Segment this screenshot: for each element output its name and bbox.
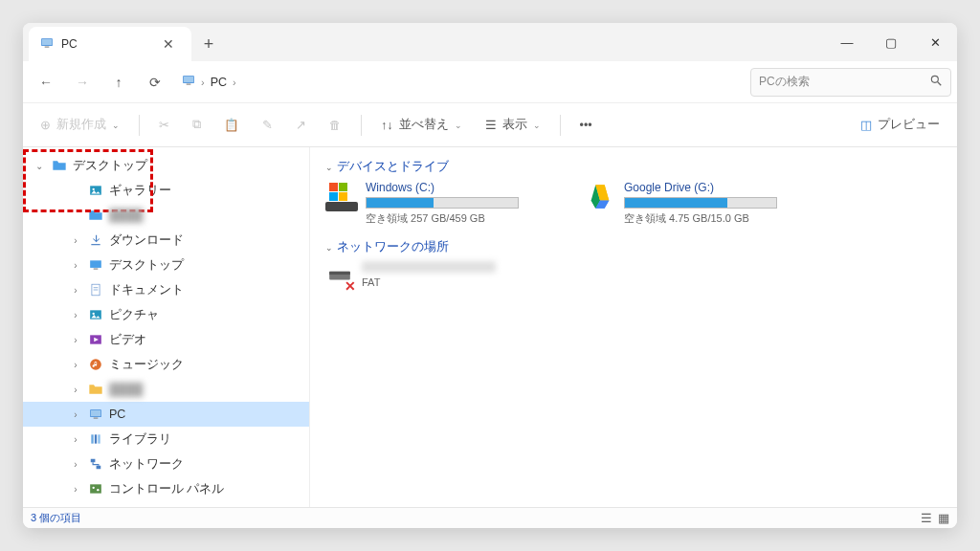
more-icon: ••• <box>580 119 592 132</box>
sidebar-item-label: ████ <box>109 383 143 396</box>
svg-point-9 <box>93 188 95 190</box>
rename-icon: ✎ <box>262 118 273 132</box>
drive-capacity-bar <box>366 197 519 209</box>
drive-stat: 空き領域 4.75 GB/15.0 GB <box>624 211 804 226</box>
expander-icon[interactable]: › <box>69 310 82 320</box>
svg-rect-27 <box>97 466 101 470</box>
sidebar-item-ピクチャ[interactable]: ›ピクチャ <box>23 302 309 327</box>
up-button[interactable]: ↑ <box>101 65 136 99</box>
network-sub: FAT <box>362 276 496 288</box>
tab-close-button[interactable]: ✕ <box>157 34 180 54</box>
new-button[interactable]: ⊕ 新規作成 ⌄ <box>31 110 129 141</box>
paste-icon: 📋 <box>224 118 239 132</box>
breadcrumb[interactable]: › PC › <box>174 74 748 90</box>
active-tab[interactable]: PC ✕ <box>29 27 191 61</box>
group-title: デバイスとドライブ <box>337 159 449 175</box>
sidebar-item-label: ビデオ <box>109 332 146 348</box>
forward-button[interactable]: → <box>65 65 100 99</box>
sidebar-item-PC[interactable]: ›PC <box>23 402 309 427</box>
new-tab-button[interactable]: + <box>191 27 226 61</box>
pc-icon <box>88 407 103 422</box>
picture-icon <box>88 183 103 198</box>
search-input[interactable]: PCの検索 <box>750 68 951 97</box>
expander-icon[interactable]: ⌄ <box>33 161 46 171</box>
expander-icon[interactable]: › <box>69 434 82 445</box>
svg-point-29 <box>93 487 95 489</box>
sidebar-item-label: ごみ箱 <box>109 506 146 508</box>
expander-icon[interactable]: › <box>69 360 82 370</box>
network-icon <box>88 456 103 472</box>
group-header-network[interactable]: ⌄ ネットワークの場所 <box>325 239 942 255</box>
share-button[interactable]: ↗ <box>286 110 316 141</box>
preview-button[interactable]: ◫ プレビュー <box>851 110 949 141</box>
refresh-button[interactable]: ⟳ <box>138 65 172 99</box>
svg-rect-24 <box>95 434 97 443</box>
drive-item[interactable]: Windows (C:)空き領域 257 GB/459 GB <box>325 181 546 226</box>
expander-icon[interactable]: › <box>69 285 82 296</box>
sidebar-item-label: PC <box>109 408 125 421</box>
expander-icon[interactable]: › <box>69 409 82 420</box>
drive-name: Google Drive (G:) <box>624 181 804 194</box>
breadcrumb-item[interactable]: PC <box>211 76 227 89</box>
svg-rect-21 <box>91 410 101 416</box>
video-icon <box>88 332 103 347</box>
sidebar-item-label: コントロール パネル <box>109 481 224 497</box>
status-text: 3 個の項目 <box>31 511 81 525</box>
delete-button[interactable]: 🗑 <box>320 110 351 141</box>
cut-button[interactable]: ✂ <box>149 110 179 141</box>
svg-point-30 <box>97 489 99 491</box>
sidebar-item-ミュージック[interactable]: ›ミュージック <box>23 352 309 377</box>
expander-icon[interactable]: › <box>69 260 82 271</box>
sidebar-item-ライブラリ[interactable]: ›ライブラリ <box>23 427 309 452</box>
sidebar-item-コントロール パネル[interactable]: ›コントロール パネル <box>23 476 309 501</box>
more-button[interactable]: ••• <box>570 110 602 141</box>
pc-icon <box>40 36 54 53</box>
view-label: 表示 <box>502 117 527 133</box>
sidebar-item-ギャラリー[interactable]: ギャラリー <box>23 178 309 203</box>
window-controls: ― ▢ ✕ <box>825 23 957 61</box>
sidebar-item-ダウンロード[interactable]: ›ダウンロード <box>23 228 309 253</box>
expander-icon[interactable]: › <box>69 484 82 495</box>
drive-item[interactable]: Google Drive (G:)空き領域 4.75 GB/15.0 GB <box>584 181 804 226</box>
maximize-button[interactable]: ▢ <box>869 23 913 61</box>
network-location-item[interactable]: ✕FAT <box>325 261 942 292</box>
view-button[interactable]: ☰ 表示 ⌄ <box>476 110 550 141</box>
tiles-view-button[interactable]: ▦ <box>938 511 949 525</box>
sidebar-item-ネットワーク[interactable]: ›ネットワーク <box>23 452 309 476</box>
svg-rect-26 <box>91 459 96 463</box>
sidebar-item-blurred[interactable]: ›████ <box>23 377 309 402</box>
svg-point-17 <box>93 313 95 315</box>
rename-button[interactable]: ✎ <box>253 110 282 141</box>
sidebar-item-blurred[interactable]: ████ <box>23 203 309 228</box>
group-header-devices[interactable]: ⌄ デバイスとドライブ <box>325 159 942 175</box>
close-button[interactable]: ✕ <box>913 23 957 61</box>
disconnected-icon: ✕ <box>345 278 356 294</box>
sidebar-item-デスクトップ[interactable]: ⌄デスクトップ <box>23 153 309 178</box>
sidebar-item-label: ネットワーク <box>109 456 184 473</box>
chevron-down-icon: ⌄ <box>325 163 333 172</box>
expander-icon[interactable]: › <box>69 335 82 345</box>
sidebar-item-ビデオ[interactable]: ›ビデオ <box>23 327 309 352</box>
toolbar-separator <box>560 115 561 136</box>
svg-rect-36 <box>329 272 350 275</box>
paste-button[interactable]: 📋 <box>214 110 249 141</box>
sidebar-item-ドキュメント[interactable]: ›ドキュメント <box>23 277 309 302</box>
sidebar-item-ごみ箱[interactable]: ごみ箱 <box>23 501 309 507</box>
details-view-button[interactable]: ☰ <box>921 511 932 525</box>
minimize-button[interactable]: ― <box>825 23 869 61</box>
gdrive-icon <box>584 181 616 213</box>
expander-icon[interactable]: › <box>69 235 82 246</box>
new-label: 新規作成 <box>56 117 106 133</box>
sort-button[interactable]: ↑↓ 並べ替え ⌄ <box>371 110 472 141</box>
download-icon <box>88 232 103 248</box>
expander-icon[interactable]: › <box>69 459 82 470</box>
body: ⌄デスクトップギャラリー████›ダウンロード›デスクトップ›ドキュメント›ピク… <box>23 147 957 507</box>
preview-icon: ◫ <box>860 118 872 132</box>
picture-icon <box>88 307 103 322</box>
sidebar-item-デスクトップ[interactable]: ›デスクトップ <box>23 253 309 277</box>
back-button[interactable]: ← <box>29 65 63 99</box>
expander-icon[interactable]: › <box>69 385 82 395</box>
copy-button[interactable]: ⧉ <box>183 110 211 141</box>
chevron-down-icon: ⌄ <box>325 243 333 253</box>
breadcrumb-sep-icon: › <box>201 77 205 88</box>
